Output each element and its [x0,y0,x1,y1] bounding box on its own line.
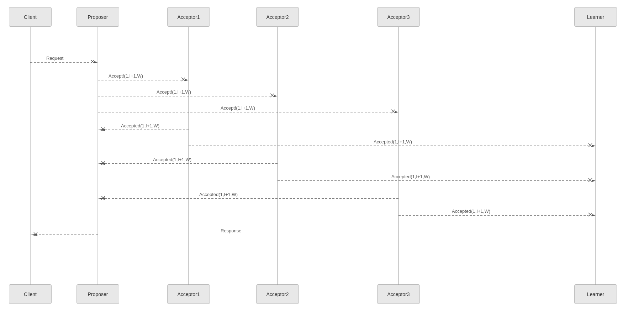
sequence-arrows: Request Accept!(1,I+1,W) Accept!(1,I+1,W… [0,0,644,311]
msg-accepted-a1-l-label: Accepted(1,I+1,W) [374,139,412,144]
svg-line-28 [101,127,105,131]
svg-line-19 [270,94,274,97]
svg-line-31 [588,143,592,147]
msg-accept1-a2-label: Accept!(1,I+1,W) [157,89,191,95]
msg-accepted-a2-p-label: Accepted(1,I+1,W) [153,157,191,162]
svg-marker-53 [30,234,37,236]
svg-line-12 [91,60,94,63]
svg-marker-33 [592,145,596,147]
svg-marker-13 [94,61,98,63]
actor-acceptor3-top: Acceptor3 [377,7,420,27]
actor-learner-bottom: Learner [574,284,617,304]
actor-client-top: Client [9,7,52,27]
svg-marker-41 [592,180,596,182]
svg-line-16 [181,78,185,81]
svg-line-20 [270,94,274,97]
svg-marker-21 [274,95,278,97]
actor-client-bottom-label: Client [24,291,37,297]
svg-line-44 [101,196,105,200]
msg-response-label: Response [221,228,242,233]
svg-marker-37 [98,163,105,165]
actor-acceptor1-top-label: Acceptor1 [177,14,200,20]
actor-acceptor1-bottom: Acceptor1 [167,284,210,304]
svg-line-48 [588,213,592,216]
actor-acceptor1-top: Acceptor1 [167,7,210,27]
actor-acceptor2-top-label: Acceptor2 [266,14,289,20]
actor-proposer-bottom-label: Proposer [88,291,108,297]
actor-acceptor2-bottom: Acceptor2 [256,284,299,304]
svg-line-23 [391,110,395,113]
msg-accept1-a1-label: Accept!(1,I+1,W) [109,73,143,79]
svg-marker-29 [98,129,105,131]
actor-proposer-top-label: Proposer [88,14,108,20]
msg-accept1-a3-label: Accept!(1,I+1,W) [221,105,255,111]
svg-line-36 [101,161,105,165]
actor-acceptor1-bottom-label: Acceptor1 [177,291,200,297]
svg-line-15 [181,78,185,81]
actor-learner-top-label: Learner [587,14,604,20]
svg-line-11 [91,60,94,63]
svg-line-52 [34,232,37,236]
actor-acceptor2-top: Acceptor2 [256,7,299,27]
svg-line-40 [588,178,592,182]
svg-line-32 [588,143,592,147]
svg-line-47 [588,213,592,216]
svg-line-43 [101,196,105,200]
msg-request-label: Request [46,56,64,61]
actor-learner-top: Learner [574,7,617,27]
actor-acceptor2-bottom-label: Acceptor2 [266,291,289,297]
svg-marker-45 [98,197,105,200]
msg-accepted-a3-l-label: Accepted(1,I+1,W) [452,209,490,214]
svg-line-39 [588,178,592,182]
actor-proposer-top: Proposer [76,7,119,27]
actor-learner-bottom-label: Learner [587,291,604,297]
svg-marker-25 [395,111,398,113]
svg-line-27 [101,127,105,131]
actor-client-top-label: Client [24,14,37,20]
msg-accepted-a1-p-label: Accepted(1,I+1,W) [121,123,159,128]
actor-acceptor3-bottom: Acceptor3 [377,284,420,304]
actor-client-bottom: Client [9,284,52,304]
msg-accepted-a2-l-label: Accepted(1,I+1,W) [391,174,430,179]
svg-marker-17 [185,79,189,81]
svg-marker-49 [592,214,596,216]
actor-acceptor3-bottom-label: Acceptor3 [387,291,410,297]
svg-line-35 [101,161,105,165]
actor-acceptor3-top-label: Acceptor3 [387,14,410,20]
msg-accepted-a3-p-label: Accepted(1,I+1,W) [199,192,238,197]
svg-line-24 [391,110,395,113]
actor-proposer-bottom: Proposer [76,284,119,304]
svg-line-51 [34,232,37,236]
sequence-diagram: Client Proposer Acceptor1 Acceptor2 Acce… [0,0,644,311]
